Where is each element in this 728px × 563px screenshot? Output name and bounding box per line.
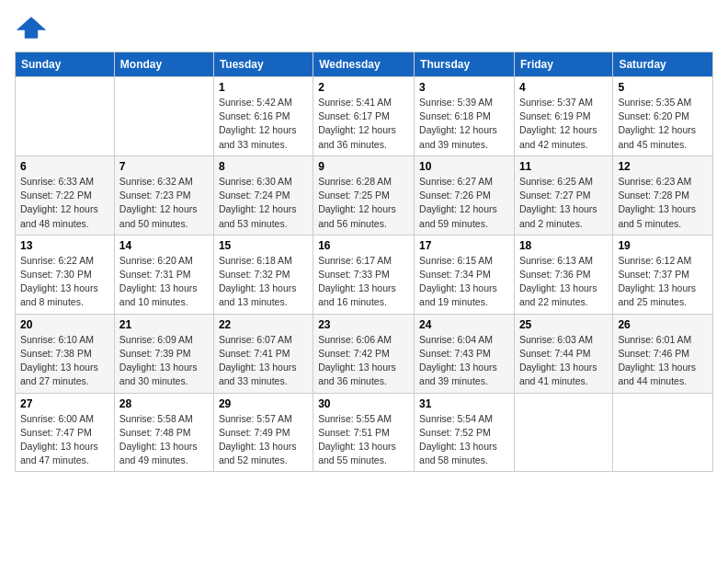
day-number: 4 <box>519 81 608 94</box>
weekday-header: Thursday <box>415 52 515 77</box>
day-detail: Sunrise: 6:04 AM Sunset: 7:43 PM Dayligh… <box>419 333 509 389</box>
calendar-cell: 14Sunrise: 6:20 AM Sunset: 7:31 PM Dayli… <box>114 235 213 314</box>
calendar-cell: 20Sunrise: 6:10 AM Sunset: 7:38 PM Dayli… <box>16 314 115 393</box>
day-detail: Sunrise: 5:55 AM Sunset: 7:51 PM Dayligh… <box>318 412 409 468</box>
calendar-cell <box>613 393 713 472</box>
day-number: 1 <box>219 81 308 94</box>
day-detail: Sunrise: 5:35 AM Sunset: 6:20 PM Dayligh… <box>618 96 708 152</box>
calendar-cell <box>114 77 213 156</box>
weekday-header: Saturday <box>613 52 713 77</box>
day-number: 14 <box>119 239 209 252</box>
logo-icon <box>15 15 48 40</box>
day-detail: Sunrise: 6:12 AM Sunset: 7:37 PM Dayligh… <box>618 254 708 310</box>
calendar-cell: 8Sunrise: 6:30 AM Sunset: 7:24 PM Daylig… <box>213 155 313 235</box>
calendar-cell: 15Sunrise: 6:18 AM Sunset: 7:32 PM Dayli… <box>213 235 313 314</box>
day-number: 5 <box>618 81 708 94</box>
calendar-cell: 27Sunrise: 6:00 AM Sunset: 7:47 PM Dayli… <box>16 393 115 472</box>
calendar-cell: 1Sunrise: 5:42 AM Sunset: 6:16 PM Daylig… <box>213 77 313 156</box>
calendar-cell: 3Sunrise: 5:39 AM Sunset: 6:18 PM Daylig… <box>415 77 515 156</box>
calendar-cell: 4Sunrise: 5:37 AM Sunset: 6:19 PM Daylig… <box>514 77 612 156</box>
calendar-cell: 31Sunrise: 5:54 AM Sunset: 7:52 PM Dayli… <box>415 393 515 472</box>
calendar-cell <box>514 393 612 472</box>
day-detail: Sunrise: 5:37 AM Sunset: 6:19 PM Dayligh… <box>519 96 608 152</box>
day-detail: Sunrise: 6:25 AM Sunset: 7:27 PM Dayligh… <box>519 175 608 231</box>
day-number: 15 <box>219 239 308 252</box>
day-detail: Sunrise: 6:20 AM Sunset: 7:31 PM Dayligh… <box>119 254 209 310</box>
day-number: 2 <box>318 81 409 94</box>
calendar-cell: 7Sunrise: 6:32 AM Sunset: 7:23 PM Daylig… <box>114 155 213 235</box>
day-number: 10 <box>419 160 509 173</box>
calendar-cell: 25Sunrise: 6:03 AM Sunset: 7:44 PM Dayli… <box>514 314 612 393</box>
calendar-cell: 11Sunrise: 6:25 AM Sunset: 7:27 PM Dayli… <box>514 155 612 235</box>
day-detail: Sunrise: 5:41 AM Sunset: 6:17 PM Dayligh… <box>318 96 409 152</box>
svg-marker-0 <box>17 17 46 38</box>
calendar-cell: 18Sunrise: 6:13 AM Sunset: 7:36 PM Dayli… <box>514 235 612 314</box>
calendar-table: SundayMondayTuesdayWednesdayThursdayFrid… <box>15 52 713 472</box>
day-number: 17 <box>419 239 509 252</box>
calendar-cell: 22Sunrise: 6:07 AM Sunset: 7:41 PM Dayli… <box>213 314 313 393</box>
calendar-cell: 26Sunrise: 6:01 AM Sunset: 7:46 PM Dayli… <box>613 314 713 393</box>
day-number: 29 <box>219 397 308 410</box>
day-detail: Sunrise: 6:23 AM Sunset: 7:28 PM Dayligh… <box>618 175 708 231</box>
day-detail: Sunrise: 5:58 AM Sunset: 7:48 PM Dayligh… <box>119 412 209 468</box>
calendar-cell: 30Sunrise: 5:55 AM Sunset: 7:51 PM Dayli… <box>313 393 415 472</box>
day-number: 23 <box>318 318 409 331</box>
day-number: 22 <box>219 318 308 331</box>
day-number: 16 <box>318 239 409 252</box>
day-detail: Sunrise: 6:09 AM Sunset: 7:39 PM Dayligh… <box>119 333 209 389</box>
calendar-cell: 29Sunrise: 5:57 AM Sunset: 7:49 PM Dayli… <box>213 393 313 472</box>
day-number: 30 <box>318 397 409 410</box>
calendar-cell: 17Sunrise: 6:15 AM Sunset: 7:34 PM Dayli… <box>415 235 515 314</box>
calendar-cell <box>16 77 115 156</box>
day-detail: Sunrise: 6:06 AM Sunset: 7:42 PM Dayligh… <box>318 333 409 389</box>
weekday-header: Friday <box>514 52 612 77</box>
day-detail: Sunrise: 6:32 AM Sunset: 7:23 PM Dayligh… <box>119 175 209 231</box>
calendar-week-row: 1Sunrise: 5:42 AM Sunset: 6:16 PM Daylig… <box>16 77 713 156</box>
day-detail: Sunrise: 6:03 AM Sunset: 7:44 PM Dayligh… <box>519 333 608 389</box>
calendar-cell: 23Sunrise: 6:06 AM Sunset: 7:42 PM Dayli… <box>313 314 415 393</box>
day-detail: Sunrise: 6:18 AM Sunset: 7:32 PM Dayligh… <box>219 254 308 310</box>
calendar-cell: 24Sunrise: 6:04 AM Sunset: 7:43 PM Dayli… <box>415 314 515 393</box>
day-detail: Sunrise: 5:57 AM Sunset: 7:49 PM Dayligh… <box>219 412 308 468</box>
day-number: 19 <box>618 239 708 252</box>
calendar-cell: 12Sunrise: 6:23 AM Sunset: 7:28 PM Dayli… <box>613 155 713 235</box>
day-number: 21 <box>119 318 209 331</box>
day-detail: Sunrise: 5:54 AM Sunset: 7:52 PM Dayligh… <box>419 412 509 468</box>
day-number: 7 <box>119 160 209 173</box>
calendar-week-row: 6Sunrise: 6:33 AM Sunset: 7:22 PM Daylig… <box>16 155 713 235</box>
day-number: 12 <box>618 160 708 173</box>
day-detail: Sunrise: 6:28 AM Sunset: 7:25 PM Dayligh… <box>318 175 409 231</box>
day-detail: Sunrise: 6:27 AM Sunset: 7:26 PM Dayligh… <box>419 175 509 231</box>
calendar-cell: 9Sunrise: 6:28 AM Sunset: 7:25 PM Daylig… <box>313 155 415 235</box>
day-detail: Sunrise: 5:39 AM Sunset: 6:18 PM Dayligh… <box>419 96 509 152</box>
day-detail: Sunrise: 6:13 AM Sunset: 7:36 PM Dayligh… <box>519 254 608 310</box>
day-number: 6 <box>20 160 109 173</box>
day-number: 28 <box>119 397 209 410</box>
calendar-cell: 16Sunrise: 6:17 AM Sunset: 7:33 PM Dayli… <box>313 235 415 314</box>
weekday-header: Wednesday <box>313 52 415 77</box>
day-detail: Sunrise: 6:22 AM Sunset: 7:30 PM Dayligh… <box>20 254 109 310</box>
weekday-header: Tuesday <box>213 52 313 77</box>
day-detail: Sunrise: 6:00 AM Sunset: 7:47 PM Dayligh… <box>20 412 109 468</box>
logo <box>15 15 51 40</box>
calendar-cell: 5Sunrise: 5:35 AM Sunset: 6:20 PM Daylig… <box>613 77 713 156</box>
day-number: 3 <box>419 81 509 94</box>
day-number: 26 <box>618 318 708 331</box>
day-number: 25 <box>519 318 608 331</box>
weekday-header-row: SundayMondayTuesdayWednesdayThursdayFrid… <box>16 52 713 77</box>
calendar-cell: 10Sunrise: 6:27 AM Sunset: 7:26 PM Dayli… <box>415 155 515 235</box>
day-detail: Sunrise: 6:15 AM Sunset: 7:34 PM Dayligh… <box>419 254 509 310</box>
day-detail: Sunrise: 6:01 AM Sunset: 7:46 PM Dayligh… <box>618 333 708 389</box>
page-header <box>15 15 713 40</box>
calendar-week-row: 27Sunrise: 6:00 AM Sunset: 7:47 PM Dayli… <box>16 393 713 472</box>
weekday-header: Sunday <box>16 52 115 77</box>
day-detail: Sunrise: 6:30 AM Sunset: 7:24 PM Dayligh… <box>219 175 308 231</box>
day-detail: Sunrise: 6:17 AM Sunset: 7:33 PM Dayligh… <box>318 254 409 310</box>
calendar-cell: 19Sunrise: 6:12 AM Sunset: 7:37 PM Dayli… <box>613 235 713 314</box>
day-detail: Sunrise: 6:10 AM Sunset: 7:38 PM Dayligh… <box>20 333 109 389</box>
day-number: 13 <box>20 239 109 252</box>
day-detail: Sunrise: 5:42 AM Sunset: 6:16 PM Dayligh… <box>219 96 308 152</box>
calendar-cell: 13Sunrise: 6:22 AM Sunset: 7:30 PM Dayli… <box>16 235 115 314</box>
calendar-week-row: 13Sunrise: 6:22 AM Sunset: 7:30 PM Dayli… <box>16 235 713 314</box>
weekday-header: Monday <box>114 52 213 77</box>
